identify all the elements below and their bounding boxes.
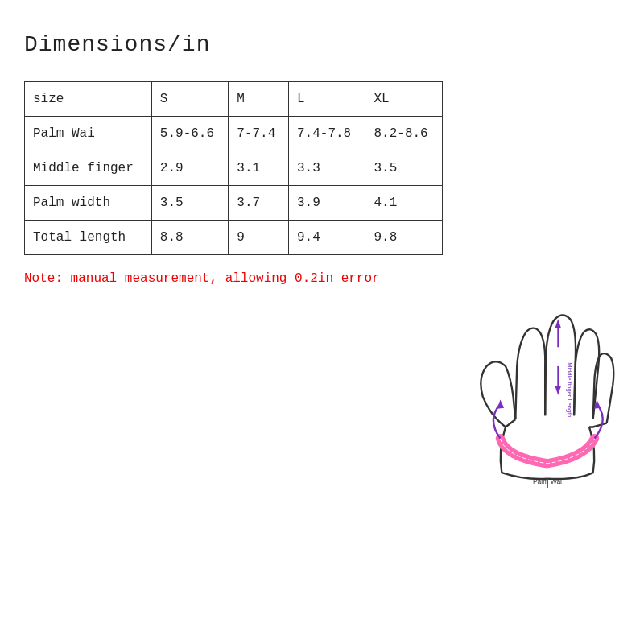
row-palm-width-label: Palm width <box>25 186 152 221</box>
content-row: size S M L XL Palm Wai 5.9-6.6 7-7.4 7.4… <box>24 81 620 620</box>
col-xl: XL <box>365 82 443 117</box>
svg-marker-1 <box>555 319 561 328</box>
row-palm-wai-l: 7.4-7.8 <box>289 117 365 151</box>
svg-marker-3 <box>555 386 561 394</box>
row-total-length-l: 9.4 <box>289 221 365 255</box>
diagram-section: Middle finger Length Palm Wai <box>459 81 636 620</box>
row-palm-width-m: 3.7 <box>229 186 289 221</box>
row-middle-finger-label: Middle finger <box>25 151 152 186</box>
row-total-length-m: 9 <box>229 221 289 255</box>
row-middle-finger-l: 3.3 <box>289 151 365 186</box>
row-palm-width-s: 3.5 <box>151 186 228 221</box>
row-palm-width-l: 3.9 <box>289 186 365 221</box>
row-palm-wai-label: Palm Wai <box>25 117 152 151</box>
glove-diagram: Middle finger Length Palm Wai <box>459 214 636 488</box>
page-container: Dimensions/in size S M L XL Palm Wai 5.9… <box>0 0 644 644</box>
table-row-header: size S M L XL <box>25 82 443 117</box>
row-total-length-label: Total length <box>25 221 152 255</box>
row-total-length-xl: 9.8 <box>365 221 443 255</box>
row-palm-wai-m: 7-7.4 <box>229 117 289 151</box>
row-palm-wai-xl: 8.2-8.6 <box>365 117 443 151</box>
table-row: Palm width 3.5 3.7 3.9 4.1 <box>25 186 443 221</box>
table-row: Palm Wai 5.9-6.6 7-7.4 7.4-7.8 8.2-8.6 <box>25 117 443 151</box>
col-m: M <box>229 82 289 117</box>
row-middle-finger-s: 2.9 <box>151 151 228 186</box>
col-l: L <box>289 82 365 117</box>
note-text: Note: manual measurement, allowing 0.2in… <box>24 271 443 286</box>
col-s: S <box>151 82 228 117</box>
col-size: size <box>25 82 152 117</box>
row-palm-wai-s: 5.9-6.6 <box>151 117 228 151</box>
row-total-length-s: 8.8 <box>151 221 228 255</box>
table-row: Total length 8.8 9 9.4 9.8 <box>25 221 443 255</box>
svg-marker-5 <box>497 399 505 408</box>
table-row: Middle finger 2.9 3.1 3.3 3.5 <box>25 151 443 186</box>
dimensions-table: size S M L XL Palm Wai 5.9-6.6 7-7.4 7.4… <box>24 81 443 255</box>
row-middle-finger-xl: 3.5 <box>365 151 443 186</box>
page-title: Dimensions/in <box>24 32 620 57</box>
table-section: size S M L XL Palm Wai 5.9-6.6 7-7.4 7.4… <box>24 81 443 620</box>
row-palm-width-xl: 4.1 <box>365 186 443 221</box>
row-middle-finger-m: 3.1 <box>229 151 289 186</box>
svg-text:Middle finger Length: Middle finger Length <box>566 362 573 417</box>
